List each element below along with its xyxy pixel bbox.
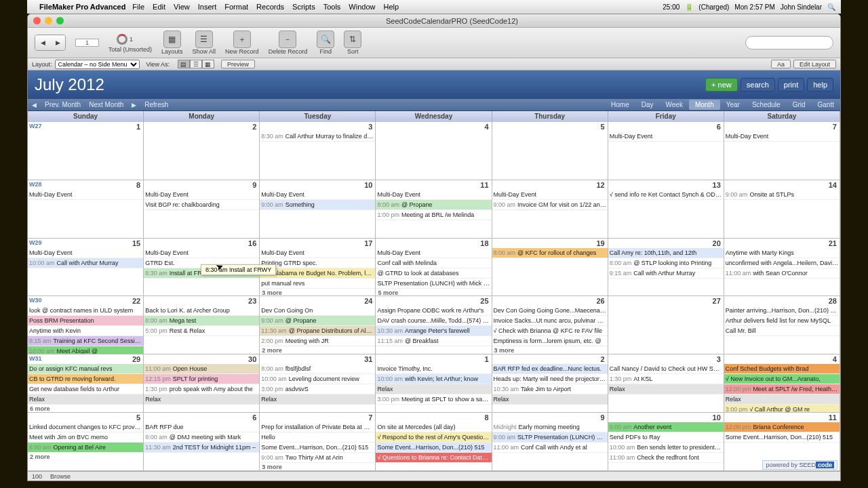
- calendar-event[interactable]: Call Amy re: 10th,11th, and 12th: [608, 248, 724, 258]
- menu-file[interactable]: File: [132, 3, 144, 11]
- calendar-event[interactable]: unconfirmed with Angela...Heilern, David…: [724, 258, 840, 268]
- calendar-event[interactable]: √ send info re Ket Contact Synch & ODBC …: [608, 190, 724, 200]
- calendar-event[interactable]: Relax: [724, 394, 840, 405]
- calendar-event[interactable]: Do or assign KFC manual revs: [28, 364, 143, 374]
- calendar-event[interactable]: Relax: [492, 394, 608, 405]
- menu-help[interactable]: Help: [383, 3, 399, 11]
- font-button[interactable]: Aa: [771, 60, 791, 68]
- calendar-event[interactable]: BAR RFP due: [144, 422, 259, 432]
- calendar-event[interactable]: Relax: [260, 394, 375, 405]
- calendar-event[interactable]: √ Respond to the rest of Amy's Questions…: [376, 432, 491, 443]
- calendar-event[interactable]: Prep for installation of Private Beta at…: [260, 422, 375, 432]
- day-cell[interactable]: 17Multi-Day EventPrinting GTRD spec.Call…: [260, 239, 376, 296]
- calendar-event[interactable]: 12:00 pmMeet at SPLT /w Fred, Heath and: [724, 384, 840, 394]
- calendar-event[interactable]: Multi-Day Event: [492, 190, 608, 200]
- calendar-event[interactable]: Call Mr. Bill: [724, 326, 840, 336]
- calendar-event[interactable]: 8:00 amOpening at Bel Aire: [28, 443, 143, 453]
- calendar-event[interactable]: 8:00 am@ KFC for rollout of changes: [492, 248, 608, 258]
- menu-view[interactable]: View: [174, 3, 190, 11]
- calendar-event[interactable]: Relax: [144, 394, 259, 405]
- day-cell[interactable]: 20Call Amy re: 10th,11th, and 12th8:00 a…: [608, 239, 724, 296]
- zoom-value[interactable]: 100: [32, 473, 42, 480]
- calendar-event[interactable]: Invoice Sacks...Ut nunc arcu, pulvinar e…: [492, 316, 608, 326]
- calendar-event[interactable]: 11:00 amOpen House: [144, 364, 259, 374]
- calendar-event[interactable]: 12:15 pmSPLT for printing: [144, 374, 259, 384]
- prev-month-button[interactable]: Prev. Month: [41, 101, 85, 108]
- calendar-event[interactable]: 11:30 am@ Propane Distributors of Alabam…: [260, 326, 375, 336]
- calendar-event[interactable]: 5:00 pmRest & Relax: [144, 326, 259, 336]
- calendar-event[interactable]: DAV crash course...Miille, Todd...(574) …: [376, 316, 491, 326]
- day-cell[interactable]: 1W27: [28, 122, 144, 180]
- menu-edit[interactable]: Edit: [153, 3, 165, 11]
- user-name[interactable]: John Sindelar: [781, 3, 822, 11]
- calendar-event[interactable]: 11:00 amwith Sean O'Connor: [724, 268, 840, 279]
- calendar-event[interactable]: Multi-Day Event: [376, 190, 491, 200]
- tab-gantt[interactable]: Gantt: [812, 100, 840, 110]
- calendar-event[interactable]: Hello: [260, 432, 375, 443]
- calendar-event[interactable]: √ Questions to Brianna re: Contact Datab…: [376, 453, 491, 463]
- quick-search-input[interactable]: [745, 36, 833, 49]
- calendar-event[interactable]: Multi-Day Event: [260, 248, 375, 258]
- day-cell[interactable]: 4Conf Sched Budgets with Brad√ New Invoi…: [724, 354, 840, 412]
- calendar-event[interactable]: 11:00 amConf Call with Andy et al: [492, 443, 608, 453]
- calendar-event[interactable]: Multi-Day Event: [144, 190, 259, 200]
- calendar-event[interactable]: Back to Lori K. at Archer Group: [144, 306, 259, 316]
- day-cell[interactable]: 11Multi-Day Event8:00 am@ Propane1:00 pm…: [376, 180, 492, 238]
- layouts-icon[interactable]: ▦: [163, 30, 181, 48]
- calendar-event[interactable]: Conf call with Melinda: [376, 258, 491, 268]
- day-cell[interactable]: 15W29Multi-Day Event10:00 amCall with Ar…: [28, 239, 144, 296]
- prev-arrow-icon[interactable]: ◀: [28, 102, 41, 108]
- calendar-event[interactable]: 8:00 am@ DMJ meeting with Mark: [144, 432, 259, 443]
- day-cell[interactable]: 9Multi-Day EventVisit BGP re: chalkboard…: [144, 180, 260, 238]
- more-events[interactable]: 5 more: [376, 289, 491, 296]
- day-cell[interactable]: 12Multi-Day Event9:00 amInvoice GM for v…: [492, 180, 608, 238]
- day-cell[interactable]: 21Anytime with Marty Kingsunconfirmed wi…: [724, 239, 840, 296]
- day-cell[interactable]: 5Linked document changes to KFC providin…: [28, 413, 144, 470]
- refresh-button[interactable]: Refresh: [140, 101, 172, 108]
- calendar-event[interactable]: 9:00 amSLTP Presentation (LUNCH) with: [492, 432, 608, 443]
- sort-icon[interactable]: ⇅: [344, 30, 361, 48]
- calendar-event[interactable]: Multi-Day Event: [608, 131, 724, 142]
- calendar-event[interactable]: Painter arriving...Harrison, Don...(210)…: [724, 306, 840, 316]
- calendar-event[interactable]: Send PDFs to Ray: [608, 432, 724, 443]
- calendar-event[interactable]: Linked document changes to KFC providing: [28, 422, 143, 432]
- calendar-event[interactable]: 10:00 amBen sends letter to president wi…: [608, 443, 724, 453]
- calendar-event[interactable]: 9:00 amAnother event: [608, 422, 724, 432]
- edit-layout-button[interactable]: Edit Layout: [793, 60, 836, 68]
- calendar-event[interactable]: Call Nancy / David to Check out HW Serve…: [608, 364, 724, 374]
- calendar-event[interactable]: SLTP Presentation (LUNCH) with Mick and: [376, 279, 491, 289]
- day-cell[interactable]: 29W31Do or assign KFC manual revsCB to G…: [28, 354, 144, 412]
- day-cell[interactable]: 8W28Multi-Day Event: [28, 180, 144, 238]
- tab-month[interactable]: Month: [689, 100, 720, 110]
- tab-home[interactable]: Home: [605, 100, 635, 110]
- calendar-event[interactable]: MidnightEarly morning meeting: [492, 422, 608, 432]
- app-name[interactable]: FileMaker Pro Advanced: [39, 3, 125, 11]
- calendar-event[interactable]: Assign Propane ODBC work re Arthur's: [376, 306, 491, 316]
- calendar-event[interactable]: Anytime with Kevin: [28, 326, 143, 336]
- tab-day[interactable]: Day: [635, 100, 660, 110]
- day-cell[interactable]: 5: [492, 122, 608, 180]
- calendar-event[interactable]: Get new database fields to Arthur: [28, 384, 143, 394]
- menu-tools[interactable]: Tools: [323, 3, 341, 11]
- menu-format[interactable]: Format: [224, 3, 248, 11]
- menu-window[interactable]: Window: [349, 3, 375, 11]
- day-cell[interactable]: 38:30 amCall Arthur Murray to finalize d…: [260, 122, 376, 180]
- tab-schedule[interactable]: Schedule: [746, 100, 787, 110]
- day-cell[interactable]: 2: [144, 122, 260, 180]
- day-cell[interactable]: 6Multi-Day Event: [608, 122, 724, 180]
- calendar-event[interactable]: 8:00 am@ STLP looking into Printing: [608, 258, 724, 268]
- new-button[interactable]: new: [705, 78, 738, 92]
- calendar-event[interactable]: Heads up: Marty will need the projector …: [492, 374, 608, 384]
- calendar-event[interactable]: 8:15 amTraining at KFC Second Session:: [28, 336, 143, 346]
- day-cell[interactable]: 13√ send info re Ket Contact Synch & ODB…: [608, 180, 724, 238]
- calendar-event[interactable]: 2:00 pmMeeting with JR: [260, 336, 375, 346]
- calendar-event[interactable]: Call Alabama re Budget No. Problem, left…: [260, 268, 375, 279]
- day-cell[interactable]: 27: [608, 296, 724, 354]
- day-cell[interactable]: 149:00 amOnsite at STLPs: [724, 180, 840, 238]
- day-cell[interactable]: 9MidnightEarly morning meeting9:00 amSLT…: [492, 413, 608, 470]
- calendar-event[interactable]: Multi-Day Event: [260, 190, 375, 200]
- day-cell[interactable]: 2BAR RFP fed ex deadline...Nunc lectus.H…: [492, 354, 608, 412]
- find-icon[interactable]: 🔍: [317, 30, 334, 48]
- showall-icon[interactable]: ☰: [195, 30, 213, 48]
- calendar-event[interactable]: Multi-Day Event: [144, 248, 259, 258]
